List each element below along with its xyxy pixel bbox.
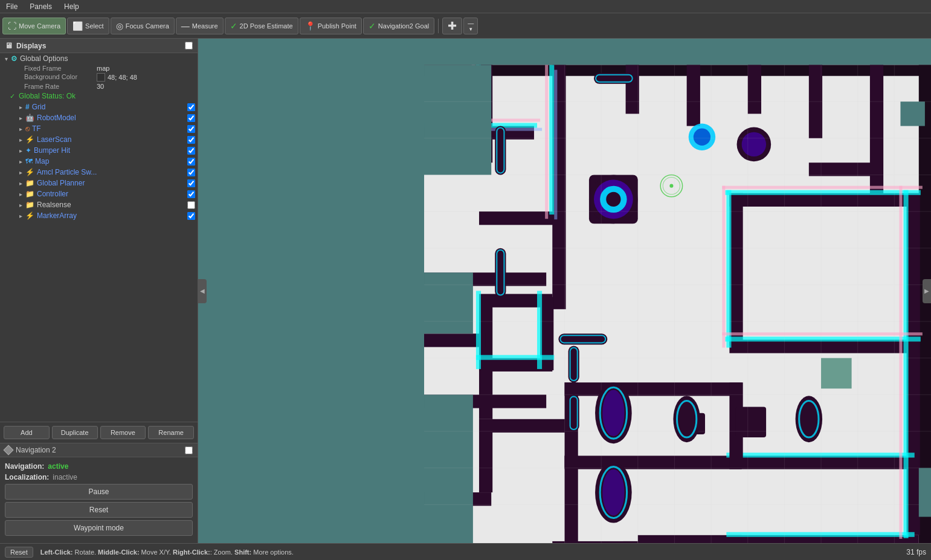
move-camera-icon: ⛶ [8,21,16,31]
nav-checkbox[interactable] [185,446,193,454]
laser-scan-icon: ⚡ [25,135,34,144]
svg-rect-2 [424,65,931,76]
global-planner-label: Global Planner [37,179,186,187]
global-planner-item[interactable]: ▸ 📁 Global Planner [0,178,198,188]
select-button[interactable]: ⬜ Select [67,18,109,34]
svg-point-77 [669,184,673,188]
2d-pose-button[interactable]: ✓ 2D Pose Estimate [225,18,298,34]
add-button[interactable]: Add [4,426,50,439]
controller-checkbox[interactable] [187,190,195,198]
svg-point-113 [602,469,624,516]
bumper-hit-item[interactable]: ▸ ✦ Bumper Hit [0,145,198,156]
plus-icon: ✚ [448,19,457,33]
grid-checkbox[interactable] [187,103,195,111]
global-planner-checkbox[interactable] [187,179,195,187]
marker-array-checkbox[interactable] [187,212,195,220]
measure-button[interactable]: — Measure [176,18,224,34]
frame-rate-property: Frame Rate 30 [0,82,198,91]
realsense-item[interactable]: ▸ 📁 Realsense [0,199,198,210]
2d-pose-label: 2D Pose Estimate [240,22,293,30]
amcl-item[interactable]: ▸ ⚡ Amcl Particle Sw... [0,167,198,178]
svg-rect-68 [736,407,767,438]
svg-rect-27 [809,163,882,176]
map-item[interactable]: ▸ 🗺 Map [0,156,198,167]
tf-expand: ▸ [17,126,24,132]
status-bar: Reset Left-Click: Rotate. Middle-Click: … [0,543,931,560]
menu-panels[interactable]: Panels [27,2,54,11]
toolbar-separator [438,19,439,33]
reset-button[interactable]: Reset [5,502,193,518]
robot-model-item[interactable]: ▸ 🤖 RobotModel [0,112,198,123]
svg-rect-24 [565,455,578,543]
remove-display-button[interactable]: — ▼ [463,18,478,34]
rename-button[interactable]: Rename [148,426,194,439]
color-swatch[interactable] [97,73,105,82]
tf-checkbox[interactable] [187,125,195,133]
display-actions: Add Duplicate Remove Rename [0,422,198,443]
status-reset-button[interactable]: Reset [5,547,33,558]
nav-body: Navigation: active Localization: inactiv… [0,457,198,543]
publish-point-icon: 📍 [305,21,315,31]
amcl-checkbox[interactable] [187,169,195,176]
monitor-icon: 🖥 [5,41,13,50]
duplicate-button[interactable]: Duplicate [52,426,98,439]
global-options-icon: ⚙ [11,54,18,63]
tf-item[interactable]: ▸ ⎋ TF [0,123,198,134]
displays-header-left: 🖥 Displays [5,41,46,50]
global-status-icon: ✓ [10,92,15,100]
robot-model-checkbox[interactable] [187,114,195,122]
svg-rect-12 [552,211,565,309]
focus-camera-button[interactable]: ◎ Focus Camera [111,18,175,34]
move-camera-button[interactable]: ⛶ Move Camera [2,18,66,34]
add-display-button[interactable]: ✚ [442,18,462,34]
laser-scan-item[interactable]: ▸ ⚡ LaserScan [0,134,198,145]
svg-rect-41 [726,452,914,457]
global-options-item[interactable]: ▾ ⚙ Global Options [0,53,198,64]
svg-rect-26 [870,65,883,199]
svg-rect-39 [725,336,920,341]
map-icon: 🗺 [25,157,33,166]
global-options-expand: ▾ [2,56,10,62]
loc-status-value: inactive [53,473,77,481]
map-container[interactable]: ◀ ▶ [198,39,931,543]
map-label: Map [35,157,186,166]
menu-file[interactable]: File [4,2,20,11]
displays-checkbox[interactable] [185,42,193,50]
right-collapse-handle[interactable]: ▶ [923,279,931,303]
menu-help[interactable]: Help [62,2,82,11]
controller-item[interactable]: ▸ 📁 Controller [0,188,198,199]
nav-title: Navigation 2 [16,446,56,454]
grid-item[interactable]: ▸ # Grid [0,101,198,112]
global-planner-icon: 📁 [25,179,34,187]
marker-array-icon: ⚡ [25,211,34,220]
waypoint-mode-button[interactable]: Waypoint mode [5,520,193,536]
laser-scan-checkbox[interactable] [187,136,195,144]
svg-rect-57 [476,355,554,360]
map-checkbox[interactable] [187,158,195,166]
nav-header[interactable]: Navigation 2 [0,443,198,457]
middle-click-label: Middle-Click: Move X/Y. [98,549,173,556]
svg-rect-19 [907,193,920,535]
left-collapse-handle[interactable]: ◀ [198,279,207,303]
robot-model-expand: ▸ [17,115,24,121]
svg-rect-45 [722,332,923,335]
bg-color-property: Background Color 48; 48; 48 [0,72,198,82]
map-canvas[interactable] [198,39,931,543]
publish-point-button[interactable]: 📍 Publish Point [300,18,362,34]
svg-rect-25 [638,535,742,543]
focus-camera-icon: ◎ [116,21,123,31]
marker-array-item[interactable]: ▸ ⚡ MarkerArray [0,210,198,221]
controller-icon: 📁 [25,190,34,198]
realsense-checkbox[interactable] [187,201,195,209]
dropdown-arrow: ▼ [468,27,473,32]
pause-button[interactable]: Pause [5,484,193,500]
svg-rect-102 [821,358,852,389]
bumper-hit-checkbox[interactable] [187,147,195,155]
svg-rect-54 [565,382,742,396]
svg-rect-21 [729,455,918,469]
svg-rect-8 [687,65,700,126]
nav-header-left: Navigation 2 [5,446,56,454]
nav2-goal-button[interactable]: ✓ Navigation2 Goal [363,18,434,34]
svg-rect-18 [729,193,918,207]
remove-button[interactable]: Remove [100,426,146,439]
